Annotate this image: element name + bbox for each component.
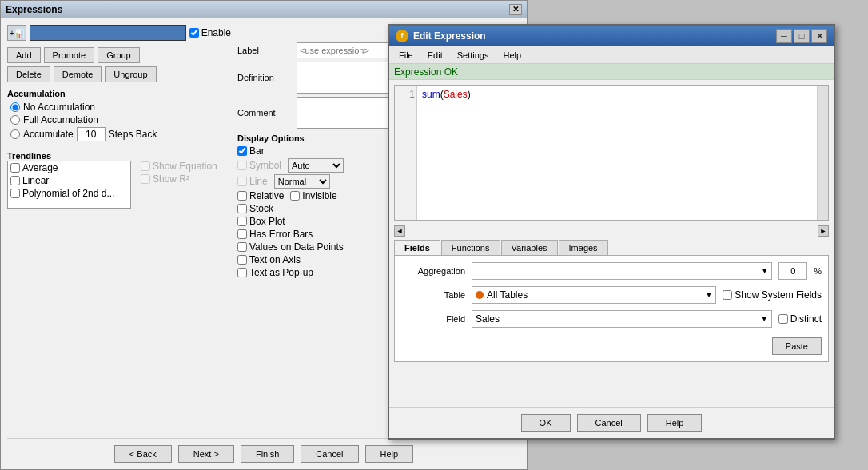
expression-icon[interactable]: +📊 <box>7 25 26 41</box>
promote-button[interactable]: Promote <box>44 47 95 63</box>
table-value: All Tables <box>487 289 528 301</box>
trendlines-list[interactable]: Average Linear Polynomial of 2nd d... <box>7 161 131 209</box>
edit-window-icon: f <box>396 30 408 42</box>
scroll-right-arrow[interactable]: ► <box>818 225 829 237</box>
text-as-popup-checkbox[interactable] <box>237 268 247 277</box>
expression-input[interactable] <box>30 25 186 41</box>
show-system-fields-label[interactable]: Show System Fields <box>723 289 822 301</box>
tab-images[interactable]: Images <box>559 240 608 255</box>
box-plot-checkbox-label[interactable]: Box Plot <box>237 216 285 227</box>
code-editor[interactable]: 1 sum(Sales) <box>394 85 829 221</box>
symbol-checkbox[interactable] <box>237 161 247 170</box>
table-dropdown[interactable]: All Tables ▼ <box>472 286 716 304</box>
tab-fields[interactable]: Fields <box>394 240 440 255</box>
ok-button[interactable]: OK <box>521 414 571 432</box>
edit-cancel-button[interactable]: Cancel <box>577 414 641 432</box>
invisible-checkbox[interactable] <box>290 191 300 201</box>
accumulation-label: Accumulation <box>7 89 231 98</box>
invisible-checkbox-label[interactable]: Invisible <box>290 190 336 201</box>
edit-help-button[interactable]: Help <box>647 414 703 432</box>
code-area[interactable]: sum(Sales) <box>417 86 817 220</box>
edit-window-title: Edit Expression <box>413 30 486 42</box>
minimize-button[interactable]: ─ <box>776 29 792 43</box>
edit-expression-window: f Edit Expression ─ □ ✕ File Edit Settin… <box>388 24 835 440</box>
symbol-checkbox-label[interactable]: Symbol <box>237 160 281 171</box>
stock-checkbox[interactable] <box>237 204 247 213</box>
text-on-axis-label[interactable]: Text on Axis <box>237 254 301 265</box>
relative-checkbox-label[interactable]: Relative <box>237 190 284 201</box>
has-error-bars-checkbox-label[interactable]: Has Error Bars <box>237 229 313 240</box>
back-button[interactable]: < Back <box>114 445 172 463</box>
aggregation-arrow: ▼ <box>761 267 768 275</box>
stock-checkbox-label[interactable]: Stock <box>237 203 273 214</box>
field-dropdown[interactable]: Sales ▼ <box>472 310 772 328</box>
show-r2-checkbox[interactable]: Show R² <box>141 173 217 185</box>
menu-help[interactable]: Help <box>496 49 528 62</box>
line-select[interactable]: Normal <box>274 174 330 189</box>
relative-checkbox[interactable] <box>237 191 247 201</box>
line-checkbox[interactable] <box>237 177 247 186</box>
expressions-title: Expressions <box>6 4 509 15</box>
delete-button[interactable]: Delete <box>7 66 50 82</box>
scroll-left-arrow[interactable]: ◄ <box>394 225 405 237</box>
finish-button[interactable]: Finish <box>241 445 294 463</box>
no-accumulation-option[interactable]: No Accumulation <box>10 102 231 113</box>
window-controls: ─ □ ✕ <box>776 29 827 43</box>
paste-button[interactable]: Paste <box>772 337 822 355</box>
ungroup-button[interactable]: Ungroup <box>105 66 156 82</box>
cancel-button[interactable]: Cancel <box>301 445 358 463</box>
group-button[interactable]: Group <box>98 47 140 63</box>
edit-tabs: Fields Functions Variables Images <box>389 240 834 255</box>
tl-linear[interactable]: Linear <box>8 174 130 187</box>
fields-panel: Aggregation ▼ % Table All Tables ▼ Show … <box>394 255 829 362</box>
show-system-fields-checkbox[interactable] <box>723 290 732 300</box>
has-error-bars-checkbox[interactable] <box>237 229 247 239</box>
symbol-select[interactable]: Auto <box>288 158 344 173</box>
expressions-close-button[interactable]: ✕ <box>509 4 522 15</box>
tab-variables[interactable]: Variables <box>501 240 558 255</box>
line-checkbox-label[interactable]: Line <box>237 176 268 187</box>
values-on-data-points-label[interactable]: Values on Data Points <box>237 241 344 253</box>
menu-edit[interactable]: Edit <box>421 49 449 62</box>
bar-checkbox[interactable] <box>237 146 247 156</box>
text-on-axis-checkbox[interactable] <box>237 255 247 265</box>
table-arrow: ▼ <box>705 291 712 299</box>
show-equation-checkbox[interactable]: Show Equation <box>141 161 217 172</box>
help-button[interactable]: Help <box>365 445 414 463</box>
menu-settings[interactable]: Settings <box>451 49 496 62</box>
field-row: Field Sales ▼ Distinct <box>401 310 822 328</box>
tl-polynomial[interactable]: Polynomial of 2nd d... <box>8 187 130 200</box>
tl-average[interactable]: Average <box>8 161 130 174</box>
accumulate-option[interactable]: Accumulate Steps Back <box>10 127 231 141</box>
text-as-popup-label[interactable]: Text as Pop-up <box>237 267 313 278</box>
enable-checkbox[interactable] <box>189 28 199 38</box>
values-on-data-points-checkbox[interactable] <box>237 242 247 252</box>
bar-checkbox-label[interactable]: Bar <box>237 145 265 157</box>
full-accumulation-option[interactable]: Full Accumulation <box>10 114 231 125</box>
field-arrow: ▼ <box>761 315 768 323</box>
expression-bar: +📊 Enable <box>7 25 231 41</box>
next-button[interactable]: Next > <box>178 445 234 463</box>
maximize-button[interactable]: □ <box>794 29 810 43</box>
add-button[interactable]: Add <box>7 47 41 63</box>
expression-status: Expression OK <box>389 64 834 80</box>
comment-label: Comment <box>237 108 293 118</box>
editor-scrollbar-h-container: ◄ ► <box>394 225 829 237</box>
label-field-label: Label <box>237 46 293 55</box>
code-keyword: sum <box>422 89 440 100</box>
scroll-track[interactable] <box>405 225 818 237</box>
close-button[interactable]: ✕ <box>811 29 827 43</box>
tab-functions[interactable]: Functions <box>441 240 500 255</box>
steps-input[interactable] <box>77 127 106 141</box>
menu-file[interactable]: File <box>392 49 420 62</box>
editor-scrollbar-v[interactable] <box>817 86 828 220</box>
percent-input[interactable] <box>778 262 807 280</box>
edit-bottom-bar: OK Cancel Help <box>389 407 834 438</box>
box-plot-checkbox[interactable] <box>237 217 247 226</box>
table-dot-icon <box>476 291 484 299</box>
accumulation-group: No Accumulation Full Accumulation Accumu… <box>7 102 231 141</box>
distinct-label[interactable]: Distinct <box>778 313 822 325</box>
distinct-checkbox[interactable] <box>778 314 788 324</box>
demote-button[interactable]: Demote <box>54 66 102 82</box>
aggregation-dropdown[interactable]: ▼ <box>472 262 772 280</box>
